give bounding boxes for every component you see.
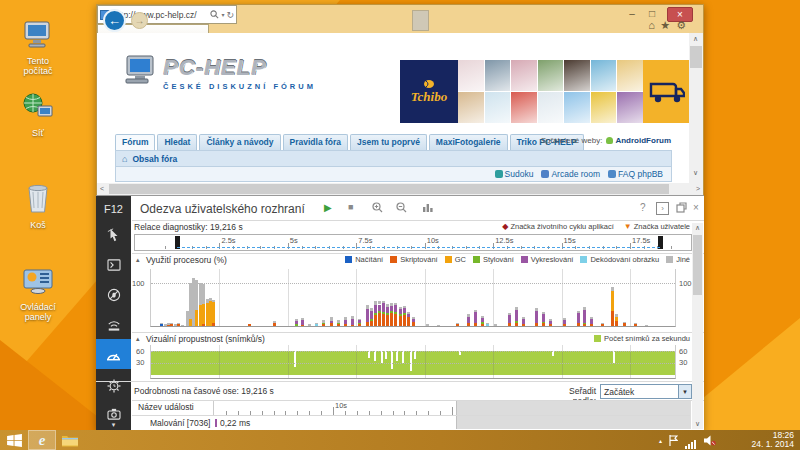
taskbar-explorer-button[interactable] — [56, 430, 84, 450]
nav-tab-maxifotogalerie[interactable]: MaxiFotogalerie — [429, 134, 508, 150]
quick-link-sudoku[interactable]: Sudoku — [495, 169, 534, 179]
desktop-icon-2[interactable]: Síť — [7, 92, 69, 138]
start-button[interactable] — [0, 430, 28, 450]
partners-link[interactable]: AndroidForum — [615, 136, 671, 145]
cpu-bar-segment-scripting — [301, 325, 304, 326]
nav-tab-jsem-tu-poprv-[interactable]: Jsem tu poprvé — [350, 134, 427, 150]
clock-date: 24. 1. 2014 — [751, 440, 794, 449]
new-tab-button[interactable] — [412, 10, 429, 31]
timeline-ruler[interactable]: 2.5s5s7.5s10s12.5s15s17.5s — [134, 234, 692, 251]
cpu-bar-segment-rendering — [330, 321, 333, 324]
page-vertical-scrollbar[interactable]: ∧ ∨ — [689, 33, 703, 183]
cpu-bar-segment-other — [412, 317, 415, 319]
ad-banner[interactable]: Tchibo — [400, 60, 689, 123]
console-button[interactable] — [96, 252, 131, 278]
stop-profiling-button[interactable]: ■ — [348, 202, 353, 212]
cpu-bar-segment-other — [382, 301, 385, 304]
event-row-duration: 0,22 ms — [220, 418, 250, 428]
network-icon — [107, 318, 121, 332]
clear-chart-icon[interactable] — [422, 202, 434, 213]
cpu-bar-segment-other — [467, 314, 470, 316]
back-button[interactable]: ← — [103, 9, 126, 32]
zoom-in-icon[interactable] — [372, 202, 383, 213]
quick-link-faq-phpbb[interactable]: FAQ phpBB — [608, 169, 663, 179]
forward-arrow-icon: → — [135, 15, 145, 26]
cpu-bar-segment-other — [549, 319, 552, 321]
cpu-bar-segment-scripting — [634, 324, 637, 326]
ie-icon: e — [39, 432, 46, 449]
breadcrumb[interactable]: Obsah fóra — [132, 154, 177, 164]
fps-dip — [402, 351, 404, 363]
details-title: Podrobnosti na časové ose: 19,216 s — [134, 386, 274, 396]
cpu-bar-segment-scripting — [212, 323, 215, 326]
nav-tab--l-nky-a-n-vody[interactable]: Články a návody — [199, 134, 280, 150]
network-button[interactable] — [96, 312, 131, 338]
desktop-icon-3[interactable]: Koš — [7, 182, 69, 230]
forward-button[interactable]: → — [131, 12, 148, 29]
scroll-thumb[interactable] — [693, 235, 702, 295]
scroll-up-icon[interactable]: ∧ — [695, 224, 700, 232]
cpu-bar-segment-scripting — [615, 321, 618, 326]
gridline — [356, 269, 357, 326]
refresh-icon[interactable]: ↻ — [226, 10, 234, 20]
scroll-left-icon[interactable]: < — [100, 185, 104, 192]
camera-icon — [107, 408, 121, 420]
nav-tab-hledat[interactable]: Hledat — [157, 134, 197, 150]
taskbar-ie-button[interactable]: e — [28, 430, 56, 450]
start-profiling-button[interactable]: ▶ — [324, 202, 332, 213]
cpu-bar-segment-other — [378, 301, 381, 304]
undock-icon[interactable] — [676, 202, 687, 213]
network-signal-icon[interactable] — [685, 431, 697, 449]
cpu-bar-segment-other — [330, 317, 333, 321]
devtools-scrollbar[interactable]: ∧ ∨ — [692, 223, 703, 429]
desktop-icon-1[interactable]: Tento počítač — [7, 20, 69, 76]
taskbar-clock[interactable]: 18:26 24. 1. 2014 — [751, 431, 794, 449]
favorites-star-icon[interactable]: ★ — [660, 19, 670, 32]
cpu-bar-segment-rendering — [583, 310, 586, 323]
site-logo[interactable]: PC-HELP ČESKÉ DISKUZNÍ FÓRUM — [125, 55, 316, 91]
home-icon[interactable]: ⌂ — [648, 19, 655, 31]
action-center-flag-icon[interactable] — [669, 435, 678, 446]
devtools-close-button[interactable]: × — [693, 202, 699, 213]
devtools-sidebar: F12 ▾ — [96, 196, 131, 431]
volume-muted-icon[interactable] — [704, 435, 716, 446]
url-dropdown-icon[interactable]: ▾ — [221, 11, 224, 18]
collapse-fps-icon[interactable]: ▴ — [136, 335, 140, 343]
cpu-bar-segment-styling — [378, 311, 381, 313]
minimize-button[interactable]: – — [623, 7, 641, 20]
desktop-icon-label: Tento počítač — [7, 56, 69, 76]
dom-select-button[interactable] — [96, 222, 131, 248]
cpu-bar-segment-rendering — [577, 313, 580, 323]
scroll-down-icon[interactable]: ∨ — [695, 420, 700, 428]
nav-tab-f-rum[interactable]: Fórum — [115, 134, 155, 150]
quick-link-arcade-room[interactable]: Arcade room — [541, 169, 600, 179]
hidden-icons-icon[interactable]: ▴ — [659, 437, 662, 444]
legend-swatch — [345, 256, 352, 263]
sort-select[interactable]: Začátek ▾ — [600, 384, 692, 399]
console-overlay-button[interactable]: › — [656, 202, 669, 215]
debugger-button[interactable] — [96, 282, 131, 308]
nav-tab-pravidla-f-ra[interactable]: Pravidla fóra — [283, 134, 349, 150]
profiler-button[interactable] — [96, 373, 131, 399]
event-row-name[interactable]: Malování [7036] — [150, 418, 210, 428]
help-button[interactable]: ? — [640, 202, 646, 213]
settings-gear-icon[interactable]: ⚙ — [676, 19, 686, 32]
desktop-icon-4[interactable]: Ovládací panely — [7, 268, 69, 322]
page-horizontal-scrollbar[interactable]: < > — [97, 183, 703, 195]
cpu-bar-segment-other — [645, 325, 648, 326]
search-icon[interactable] — [210, 10, 219, 19]
fps-dip — [396, 351, 398, 361]
ui-responsiveness-button[interactable] — [96, 339, 131, 369]
scroll-down-icon[interactable]: ∨ — [693, 169, 698, 177]
zoom-out-icon[interactable] — [396, 202, 407, 213]
sidebar-more-button[interactable]: ▾ — [96, 420, 131, 430]
collapse-cpu-icon[interactable]: ▴ — [136, 256, 140, 264]
scroll-thumb[interactable] — [109, 184, 669, 194]
cpu-bar-segment-rendering — [563, 320, 566, 324]
scroll-up-icon[interactable]: ∧ — [693, 35, 698, 43]
cpu-legend-imgdecode: Dekódování obrázku — [580, 255, 659, 264]
url-text[interactable]: http://www.pc-help.cz/ — [114, 10, 210, 20]
cpu-bar-segment-other — [358, 319, 361, 321]
scroll-thumb[interactable] — [690, 46, 702, 68]
scroll-right-icon[interactable]: > — [696, 185, 700, 192]
